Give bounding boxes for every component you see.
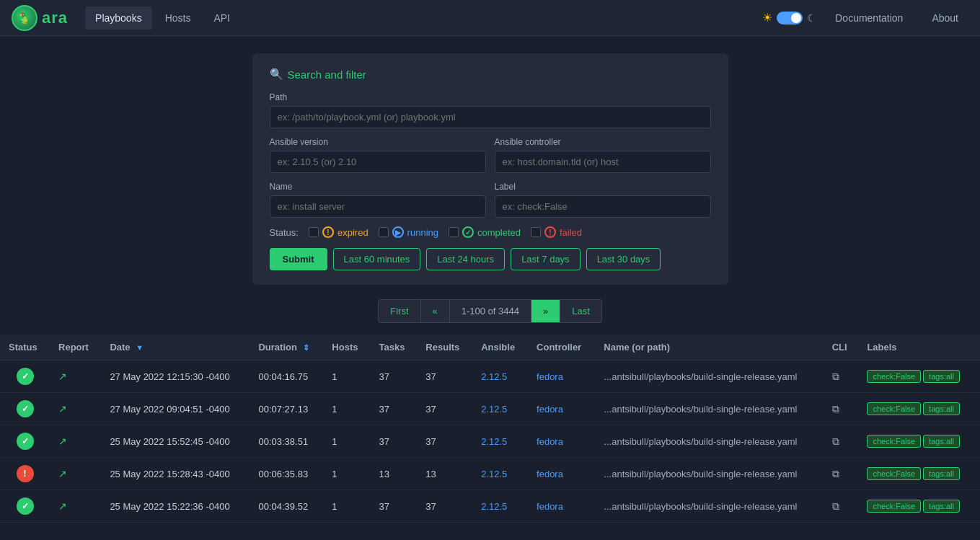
main-content: 🔍 Search and filter Path Ansible version… [0, 36, 980, 540]
version-controller-row: Ansible version Ansible controller [270, 137, 711, 173]
tag[interactable]: check:False [867, 435, 921, 448]
completed-icon: ✓ [462, 226, 474, 238]
ansible-cell[interactable]: 2.12.5 [472, 458, 528, 490]
theme-toggle[interactable]: ☀ ☾ [762, 11, 816, 25]
report-cell[interactable]: ↗ [50, 360, 101, 393]
report-link[interactable]: ↗ [58, 371, 67, 382]
tasks-cell: 13 [370, 458, 417, 490]
last60-button[interactable]: Last 60 minutes [333, 248, 421, 270]
expired-icon: ! [322, 226, 334, 238]
last-page-button[interactable]: Last [560, 299, 602, 323]
results-cell: 13 [417, 458, 472, 490]
tag[interactable]: check:False [867, 402, 921, 415]
labels-cell: check:Falsetags:all [858, 360, 980, 393]
tag[interactable]: tags:all [923, 467, 960, 480]
status-icon: ✓ [17, 368, 34, 385]
cli-icon[interactable]: ⧉ [832, 500, 839, 512]
ansible-controller-input[interactable] [495, 151, 711, 173]
running-checkbox[interactable] [379, 227, 389, 237]
cli-cell[interactable]: ⧉ [824, 490, 859, 523]
cli-cell[interactable]: ⧉ [824, 458, 859, 490]
ansible-cell[interactable]: 2.12.5 [472, 393, 528, 425]
results-cell: 37 [417, 360, 472, 393]
last30-button[interactable]: Last 30 days [586, 248, 661, 270]
nav-hosts[interactable]: Hosts [155, 6, 201, 30]
status-icon: ✓ [17, 400, 34, 417]
last24-button[interactable]: Last 24 hours [426, 248, 505, 270]
col-cli: CLI [824, 335, 859, 360]
col-labels: Labels [858, 335, 980, 360]
cli-icon[interactable]: ⧉ [832, 403, 839, 415]
ansible-version-label: Ansible version [270, 137, 486, 147]
col-duration[interactable]: Duration ⇕ [250, 335, 323, 360]
ansible-cell[interactable]: 2.12.5 [472, 490, 528, 523]
status-running[interactable]: ▶ running [379, 226, 438, 238]
controller-cell[interactable]: fedora [528, 458, 595, 490]
status-cell: ✓ [0, 425, 50, 458]
path-cell: ...antsibull/playbooks/build-single-rele… [595, 393, 823, 425]
controller-cell[interactable]: fedora [528, 425, 595, 458]
report-link[interactable]: ↗ [58, 468, 67, 479]
col-date[interactable]: Date ▼ [101, 335, 250, 360]
status-failed[interactable]: ! failed [531, 226, 582, 238]
path-input[interactable] [270, 106, 711, 128]
report-cell[interactable]: ↗ [50, 393, 101, 425]
cli-icon[interactable]: ⧉ [832, 371, 839, 382]
cli-cell[interactable]: ⧉ [824, 393, 859, 425]
date-cell: 25 May 2022 15:52:45 -0400 [101, 425, 250, 458]
nav-documentation[interactable]: Documentation [825, 6, 913, 30]
cli-icon[interactable]: ⧉ [832, 435, 839, 447]
first-page-button[interactable]: First [378, 299, 420, 323]
tag[interactable]: tags:all [923, 500, 960, 513]
status-row: Status: ! expired ▶ running ✓ completed … [270, 226, 711, 238]
sun-icon: ☀ [762, 11, 772, 25]
report-link[interactable]: ↗ [58, 435, 67, 447]
ansible-cell[interactable]: 2.12.5 [472, 360, 528, 393]
logo[interactable]: 🦜 ara [12, 5, 68, 31]
prev-page-button[interactable]: « [421, 299, 450, 323]
controller-cell[interactable]: fedora [528, 490, 595, 523]
date-cell: 25 May 2022 15:22:36 -0400 [101, 490, 250, 523]
report-link[interactable]: ↗ [58, 403, 67, 415]
completed-checkbox[interactable] [449, 227, 459, 237]
cli-cell[interactable]: ⧉ [824, 360, 859, 393]
path-cell: ...antsibull/playbooks/build-single-rele… [595, 360, 823, 393]
label-input[interactable] [495, 195, 711, 218]
tag[interactable]: check:False [867, 467, 921, 480]
ansible-version-input[interactable] [270, 151, 486, 173]
status-completed[interactable]: ✓ completed [449, 226, 521, 238]
name-input[interactable] [270, 195, 486, 218]
ansible-cell[interactable]: 2.12.5 [472, 425, 528, 458]
controller-cell[interactable]: fedora [528, 393, 595, 425]
report-cell[interactable]: ↗ [50, 490, 101, 523]
submit-button[interactable]: Submit [270, 248, 327, 270]
last7-button[interactable]: Last 7 days [511, 248, 581, 270]
next-page-button[interactable]: » [531, 299, 560, 323]
controller-cell[interactable]: fedora [528, 360, 595, 393]
tag[interactable]: tags:all [923, 402, 960, 415]
nav-about[interactable]: About [922, 6, 968, 30]
status-expired[interactable]: ! expired [309, 226, 368, 238]
labels-cell: check:Falsetags:all [858, 393, 980, 425]
nav-api[interactable]: API [203, 6, 240, 30]
table-row: ✓ ↗ 27 May 2022 12:15:30 -0400 00:04:16.… [0, 360, 980, 393]
expired-checkbox[interactable] [309, 227, 319, 237]
failed-checkbox[interactable] [531, 227, 541, 237]
tag[interactable]: tags:all [923, 370, 960, 383]
report-cell[interactable]: ↗ [50, 458, 101, 490]
tag[interactable]: check:False [867, 500, 921, 513]
search-panel: 🔍 Search and filter Path Ansible version… [252, 53, 728, 285]
toggle-track[interactable] [777, 12, 803, 25]
nav-playbooks[interactable]: Playbooks [85, 6, 152, 30]
report-link[interactable]: ↗ [58, 500, 67, 512]
tag[interactable]: tags:all [923, 435, 960, 448]
tag[interactable]: check:False [867, 370, 921, 383]
duration-cell: 00:06:35.83 [250, 458, 323, 490]
status-icon: ! [17, 465, 34, 482]
cli-cell[interactable]: ⧉ [824, 425, 859, 458]
col-controller: Controller [528, 335, 595, 360]
logo-text: ara [42, 9, 68, 27]
cli-icon[interactable]: ⧉ [832, 468, 839, 479]
report-cell[interactable]: ↗ [50, 425, 101, 458]
failed-label: failed [560, 227, 582, 238]
